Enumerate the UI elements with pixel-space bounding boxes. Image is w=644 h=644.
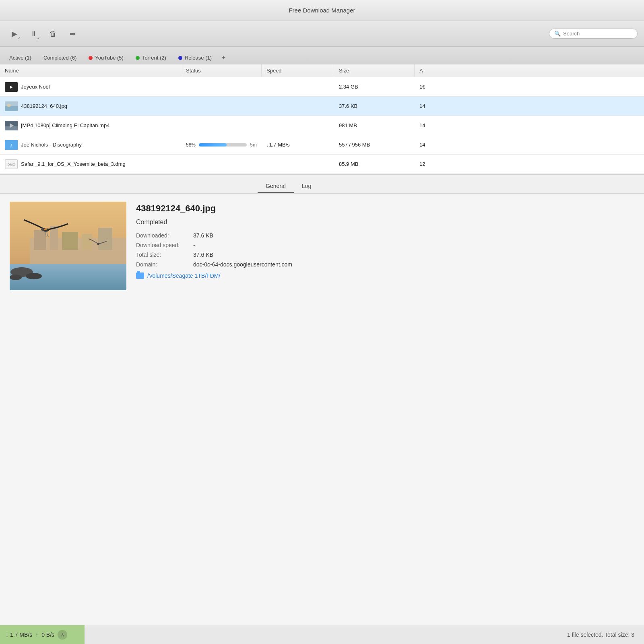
main-area: Name Status Speed Size A ▶ Joyeux Noël 2… [0,64,644,625]
col-size: Size [334,64,415,77]
detail-row-domain: Domain: doc-0c-64-docs.googleusercontent… [136,261,634,268]
progress-row: 58% 5m [186,142,257,148]
col-name: Name [0,64,181,77]
row-name: 438192124_640.jpg [0,99,181,114]
table-row[interactable]: ▶ Joyeux Noël 2.34 GB 1€ [0,77,644,97]
play-button[interactable]: ✓ [6,26,23,42]
detail-path-text: /Volumes/Seagate 1TB/FDM/ [147,272,220,279]
tabs-bar: Active (1) Completed (6) YouTube (5) Tor… [0,47,644,64]
table-row[interactable]: DMG Safari_9.1_for_OS_X_Yosemite_beta_3.… [0,155,644,174]
detail-downloaded-value: 37.6 KB [193,232,213,239]
file-thumbnail: ♪ [5,140,18,150]
pause-check-icon: ✓ [37,36,40,40]
row-size: 2.34 GB [334,81,415,92]
svg-point-20 [10,275,22,280]
file-thumbnail: ▶ [5,82,18,92]
detail-path[interactable]: /Volumes/Seagate 1TB/FDM/ [136,272,634,279]
svg-rect-14 [62,232,78,250]
tab-add-button[interactable]: + [218,51,229,64]
release-dot [178,56,182,60]
svg-rect-16 [98,228,112,250]
file-name: Joe Nichols - Discography [21,142,82,148]
pause-icon [30,29,37,38]
row-size: 557 / 956 MB [334,139,415,150]
row-speed [262,104,334,109]
tab-youtube[interactable]: YouTube (5) [83,51,130,64]
row-name: DMG Safari_9.1_for_OS_X_Yosemite_beta_3.… [0,157,181,171]
row-added: 14 [415,139,463,150]
status-info: 1 file selected. Total size: 3 [85,632,644,638]
detail-panel: General Log [0,174,644,625]
svg-rect-12 [34,230,46,250]
file-name: [MP4 1080p] Climbing El Capitan.mp4 [21,122,109,128]
svg-rect-15 [82,234,92,250]
youtube-dot [89,56,93,60]
row-status: 58% 5m [181,140,262,150]
svg-point-2 [7,104,11,107]
row-name: [MP4 1080p] Climbing El Capitan.mp4 [0,118,181,133]
table-row[interactable]: ♪ Joe Nichols - Discography 58% 5m [0,135,644,155]
progress-bar-fill [199,143,227,147]
row-added: 1€ [415,81,463,92]
file-thumbnail [5,101,18,111]
file-thumbnail [5,121,18,130]
tab-youtube-label: YouTube (5) [95,55,124,61]
row-speed [262,162,334,167]
detail-domain-value: doc-0c-64-docs.googleusercontent.com [193,261,292,268]
row-added: 14 [415,101,463,111]
detail-filename: 438192124_640.jpg [136,203,634,214]
play-icon [12,29,17,38]
row-name: ▶ Joyeux Noël [0,80,181,94]
progress-wrapper: 58% 5m [186,142,257,148]
detail-speed-value: - [193,242,195,248]
expand-button[interactable]: ∧ [58,630,67,640]
file-thumbnail: DMG [5,159,18,169]
tab-completed[interactable]: Completed (6) [37,51,83,64]
row-added: 14 [415,120,463,131]
pause-button[interactable]: ✓ [26,26,42,42]
row-status [181,123,262,128]
detail-speed-label: Download speed: [136,242,188,248]
row-status [181,162,262,167]
detail-content: 438192124_640.jpg Completed Downloaded: … [0,194,644,298]
upload-arrow-icon: ↑ [35,632,38,638]
detail-row-speed: Download speed: - [136,242,634,248]
downloads-table: Name Status Speed Size A ▶ Joyeux Noël 2… [0,64,644,174]
title-bar: Free Download Manager [0,0,644,21]
col-status: Status [181,64,262,77]
upload-speed-indicator: 0 B/s [41,632,54,638]
detail-tab-log[interactable]: Log [294,180,319,193]
svg-point-22 [41,228,44,231]
table-row[interactable]: 438192124_640.jpg 37.6 KB 14 [0,97,644,116]
status-speed-panel: ↓ 1.7 MB/s ↑ 0 B/s ∧ [0,625,85,644]
col-speed: Speed [262,64,334,77]
detail-status: Completed [136,219,634,226]
row-size: 37.6 KB [334,101,415,111]
row-speed [262,123,334,128]
toolbar: ✓ ✓ 🔍 [0,21,644,47]
progress-percent: 58% [186,142,196,148]
detail-domain-label: Domain: [136,261,188,268]
tab-torrent-label: Torrent (2) [142,55,166,61]
row-speed: ↓1.7 MB/s [262,139,334,150]
move-button[interactable] [64,26,80,42]
detail-image-preview [10,202,126,290]
row-speed [262,85,334,89]
table-row[interactable]: [MP4 1080p] Climbing El Capitan.mp4 981 … [0,116,644,135]
detail-tab-general[interactable]: General [258,180,294,193]
download-speed: ↓1.7 MB/s [266,142,290,148]
search-box[interactable]: 🔍 [549,29,638,39]
svg-line-24 [45,231,45,235]
progress-eta: 5m [250,142,257,148]
app-title: Free Download Manager [289,7,355,14]
row-size: 981 MB [334,120,415,131]
detail-tabs: General Log [0,175,644,194]
tab-active[interactable]: Active (1) [3,51,37,64]
tab-release-label: Release (1) [185,55,212,61]
search-input[interactable] [563,31,627,37]
tab-torrent[interactable]: Torrent (2) [130,51,172,64]
torrent-dot [136,56,140,60]
svg-rect-1 [5,106,18,111]
delete-button[interactable] [45,26,61,42]
tab-release[interactable]: Release (1) [172,51,218,64]
